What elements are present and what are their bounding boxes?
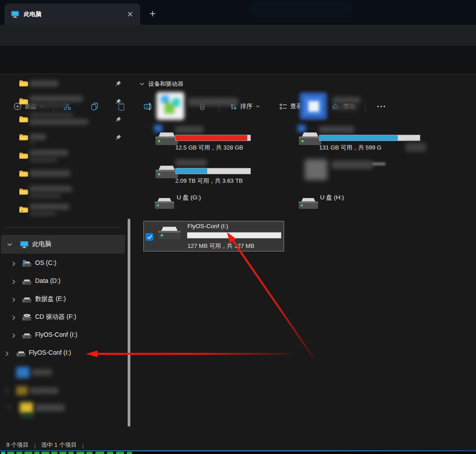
pin-icon [115, 98, 121, 105]
sidebar-folder-item[interactable] [0, 183, 125, 201]
chevron-right-icon[interactable] [12, 297, 15, 302]
redacted-name [333, 105, 358, 110]
system-drive-icon [22, 260, 32, 268]
drive-tile-redacted-pc[interactable] [143, 91, 284, 122]
redacted-folder-icon [16, 386, 28, 395]
new-tab-button[interactable] [146, 7, 159, 20]
tab-close-icon[interactable] [124, 9, 136, 20]
drive-tile-usb-h[interactable]: U 盘 (H:) [287, 191, 427, 221]
redacted-subtext [30, 113, 73, 117]
check-icon [147, 235, 152, 239]
sidebar-item-redacted-folder[interactable] [0, 384, 125, 399]
sidebar-folder-item[interactable] [0, 147, 125, 165]
sidebar-folder-item[interactable] [0, 93, 125, 110]
sidebar-scrollbar[interactable] [128, 219, 130, 427]
status-separator: | [34, 442, 36, 449]
sidebar-folder-item[interactable] [0, 165, 125, 183]
drive-name: U 盘 (G:) [177, 194, 201, 202]
capacity-caption: 2.09 TB 可用，共 3.63 TB [175, 177, 243, 185]
drive-tile-large[interactable]: 2.09 TB 可用，共 3.63 TB [143, 158, 284, 188]
drive-tile-system[interactable]: 12.5 GB 可用，共 328 GB [143, 124, 284, 155]
sidebar-item-os-c[interactable]: OS (C:) [0, 255, 125, 273]
sidebar-item-data-d[interactable]: Data (D:) [0, 273, 125, 291]
section-devices-and-drives[interactable]: 设备和驱动器 [140, 80, 183, 88]
redacted-subtext [30, 103, 68, 108]
folder-icon [19, 133, 28, 141]
folder-shortcut-icon [19, 206, 28, 213]
redacted-label [35, 404, 65, 411]
capacity-caption: 12.5 GB 可用，共 328 GB [175, 144, 243, 152]
redacted-folder-name [30, 96, 83, 102]
explorer-tab[interactable]: 此电脑 [4, 4, 140, 25]
background-window-ghost [250, 2, 353, 15]
redacted-chevron [7, 405, 12, 410]
chevron-right-icon[interactable] [12, 315, 15, 320]
redacted-folder-name [30, 80, 58, 87]
capacity-caption: 127 MB 可用，共 127 MB [187, 242, 254, 250]
status-separator: | [82, 442, 84, 449]
drive-name: U 盘 (H:) [320, 194, 344, 202]
redacted-subtext [30, 211, 56, 216]
selection-checkbox[interactable] [146, 233, 153, 241]
redacted-folder-name [30, 119, 88, 125]
usb-drive-icon [298, 196, 319, 211]
sidebar-item-cd-f[interactable]: CD 驱动器 (F:) [0, 309, 125, 326]
redacted-chevron [4, 388, 9, 392]
drive-tile-data[interactable]: 131 GB 可用，共 599 G [287, 124, 427, 155]
chevron-down-icon [140, 83, 144, 86]
redacted-windows-icon [299, 92, 327, 120]
sidebar-label-data-pan-e: 数据盘 (E:) [35, 295, 66, 303]
sidebar-folder-item[interactable] [0, 110, 125, 128]
sidebar-item-data-e[interactable]: 数据盘 (E:) [0, 291, 125, 309]
pin-icon [115, 134, 121, 141]
chevron-right-icon[interactable] [12, 333, 15, 338]
chevron-down-icon[interactable] [7, 243, 12, 246]
sidebar-item-flyos-conf-2[interactable]: FlyOS-Conf (I:) [0, 344, 125, 362]
redacted-network-icon [16, 367, 30, 378]
redacted-folder-name [30, 150, 68, 156]
sidebar-label-cd-f: CD 驱动器 (F:) [35, 313, 76, 321]
drive-tile-redacted[interactable] [287, 158, 427, 188]
capacity-bar [175, 135, 251, 141]
redacted-dots [372, 163, 386, 165]
redacted-folder-icon [20, 402, 33, 413]
navigation-bar: 此电脑 [0, 25, 476, 46]
drive-icon [22, 333, 32, 339]
folder-icon [19, 188, 28, 195]
this-pc-tab-icon [11, 11, 19, 18]
sidebar-item-redacted-folder[interactable] [0, 401, 125, 419]
chevron-right-icon[interactable] [12, 279, 15, 284]
chevron-right-icon[interactable] [5, 351, 9, 356]
redacted-pc-icon [156, 92, 184, 120]
redacted-name [175, 126, 203, 133]
folder-icon [19, 152, 28, 159]
sidebar-folder-item[interactable] [0, 201, 125, 219]
drive-icon [16, 351, 26, 357]
sidebar-item-this-pc[interactable]: 此电脑 [1, 235, 125, 254]
folder-icon [19, 170, 28, 177]
sidebar-label-os-c: OS (C:) [35, 259, 56, 266]
titlebar: 此电脑 [0, 0, 476, 25]
capacity-bar [175, 168, 251, 174]
sidebar-item-flyos-conf[interactable]: FlyOS-Conf (I:) [0, 326, 125, 344]
status-bar: 9 个项目 | 选中 1 个项目 | [0, 439, 476, 451]
redacted-label [30, 388, 58, 394]
sidebar-label-this-pc: 此电脑 [32, 240, 51, 248]
redacted-name [332, 161, 373, 169]
drive-tile-redacted-windows[interactable] [287, 91, 427, 122]
sidebar-item-redacted-network[interactable] [0, 366, 125, 381]
redacted-drive-icon [305, 159, 327, 180]
drive-name: FlyOS-Conf (I:) [187, 223, 228, 229]
sidebar-folder-item[interactable] [0, 128, 125, 146]
chevron-right-icon[interactable] [12, 261, 15, 266]
sidebar-folder-item[interactable] [0, 75, 125, 93]
redacted-label [31, 369, 52, 375]
capacity-bar [187, 232, 281, 238]
redacted-caption-tail [405, 143, 426, 152]
drive-tile-usb-g[interactable]: U 盘 (G:) [143, 191, 284, 221]
redacted-name [333, 97, 360, 103]
sidebar-label-data-d: Data (D:) [35, 277, 61, 284]
tab-title: 此电脑 [24, 10, 41, 18]
sidebar-separator [4, 227, 120, 228]
redacted-subtext [30, 141, 35, 145]
